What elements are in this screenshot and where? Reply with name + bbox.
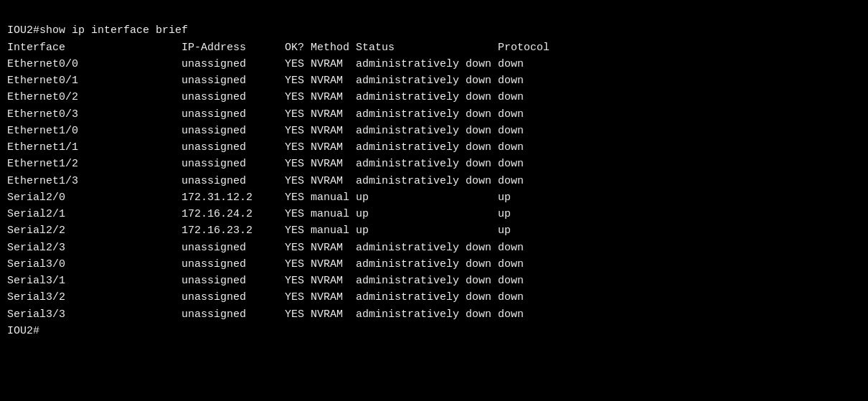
terminal-line: Ethernet0/1 unassigned YES NVRAM adminis… xyxy=(7,72,861,89)
terminal-line: Ethernet0/2 unassigned YES NVRAM adminis… xyxy=(7,89,861,105)
terminal-line: Serial3/2 unassigned YES NVRAM administr… xyxy=(7,289,861,306)
terminal-line: Serial3/0 unassigned YES NVRAM administr… xyxy=(7,256,861,273)
terminal-line: IOU2# xyxy=(7,323,861,339)
terminal-line: Ethernet0/3 unassigned YES NVRAM adminis… xyxy=(7,106,861,123)
terminal-line: Ethernet0/0 unassigned YES NVRAM adminis… xyxy=(7,56,861,72)
terminal-line: Serial2/0 172.31.12.2 YES manual up up xyxy=(7,189,861,206)
terminal-line: Serial2/1 172.16.24.2 YES manual up up xyxy=(7,206,861,222)
terminal-line: Serial3/1 unassigned YES NVRAM administr… xyxy=(7,273,861,289)
terminal-line: Ethernet1/2 unassigned YES NVRAM adminis… xyxy=(7,156,861,172)
terminal-line: Serial2/2 172.16.23.2 YES manual up up xyxy=(7,222,861,239)
terminal-line: IOU2#show ip interface brief xyxy=(7,22,861,39)
terminal-window[interactable]: IOU2#show ip interface briefInterface IP… xyxy=(0,0,868,401)
terminal-line: Ethernet1/0 unassigned YES NVRAM adminis… xyxy=(7,123,861,139)
terminal-line: Serial2/3 unassigned YES NVRAM administr… xyxy=(7,240,861,256)
terminal-line: Interface IP-Address OK? Method Status P… xyxy=(7,39,861,56)
terminal-line: Serial3/3 unassigned YES NVRAM administr… xyxy=(7,306,861,323)
terminal-line: Ethernet1/3 unassigned YES NVRAM adminis… xyxy=(7,173,861,189)
terminal-line: Ethernet1/1 unassigned YES NVRAM adminis… xyxy=(7,139,861,156)
